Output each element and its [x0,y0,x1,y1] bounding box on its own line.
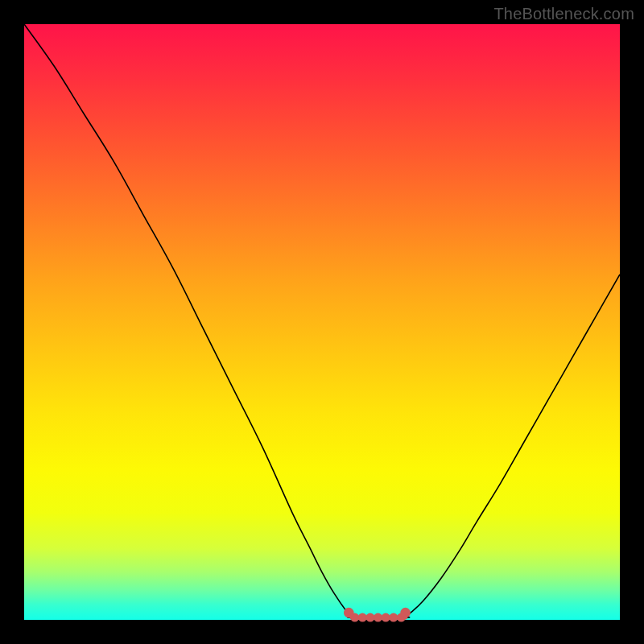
optimal-range-marker [365,613,374,622]
optimal-range-endcap [400,608,411,618]
bottleneck-curve [0,0,644,644]
bottleneck-path [24,24,620,617]
optimal-range-marker [374,613,382,622]
optimal-range-marker [358,613,367,622]
optimal-range-marker [382,613,390,622]
chart-container: TheBottleneck.com [0,0,644,644]
watermark-text: TheBottleneck.com [493,5,634,23]
optimal-range-marker [389,613,398,622]
optimal-range-endcap [344,608,354,618]
